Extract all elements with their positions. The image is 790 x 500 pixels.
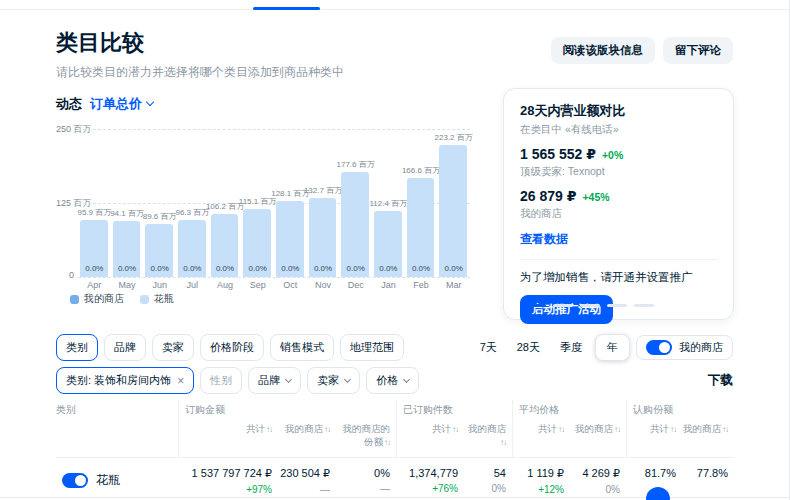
table-group-header: 认购份额 bbox=[626, 400, 734, 420]
table-cell: 1 119 ₽+12% bbox=[512, 458, 570, 495]
filter-tab[interactable]: 类别 bbox=[56, 334, 98, 361]
x-axis-label: Jul bbox=[176, 280, 209, 290]
period-option[interactable]: 7天 bbox=[473, 335, 504, 360]
sub-header-label: 我的商店 bbox=[285, 423, 323, 434]
x-axis-label: Dec bbox=[339, 280, 372, 290]
view-data-link[interactable]: 查看数据 bbox=[520, 231, 568, 248]
filter-dropdown-chip[interactable]: 卖家 bbox=[307, 367, 360, 394]
filter-tab[interactable]: 卖家 bbox=[152, 334, 194, 361]
sub-header-label: 共计 bbox=[432, 423, 451, 434]
cell-value: 1 537 797 724 ₽ bbox=[178, 467, 272, 480]
cell-value: 77.8% bbox=[682, 467, 728, 479]
pagination-dot[interactable] bbox=[607, 304, 627, 307]
pagination-dot[interactable] bbox=[553, 304, 573, 307]
table-row-category: 花瓶 bbox=[56, 458, 178, 495]
table-sub-header[interactable]: 我的商店↑↓ bbox=[682, 420, 734, 458]
bar-chart-plot: 95.9 百万0.0%94.1 百万0.0%89.6 百万0.0%96.3 百万… bbox=[78, 129, 470, 277]
filter-dropdown-chip[interactable]: 品牌 bbox=[248, 367, 301, 394]
period-option[interactable]: 28天 bbox=[510, 335, 547, 360]
x-axis-label: Sep bbox=[241, 280, 274, 290]
cell-delta: +76% bbox=[396, 483, 458, 494]
pagination-dot-active[interactable] bbox=[520, 304, 546, 307]
cell-delta: — bbox=[336, 483, 390, 494]
filter-dropdown-chip[interactable]: 价格 bbox=[366, 367, 419, 394]
leave-feedback-button[interactable]: 留下评论 bbox=[663, 37, 733, 64]
top-seller-note: 顶级卖家: Texnopt bbox=[520, 165, 717, 179]
bar-feb[interactable] bbox=[407, 178, 435, 277]
my-shop-toggle[interactable] bbox=[646, 340, 672, 355]
table-group-header: 订购金额 bbox=[178, 400, 396, 420]
chart-metric-row: 动态 订单总价 bbox=[56, 95, 153, 113]
card-pagination bbox=[520, 304, 654, 307]
active-tab-underline bbox=[253, 7, 320, 10]
my-shop-toggle-chip[interactable]: 我的商店 bbox=[636, 335, 733, 360]
row-toggle[interactable] bbox=[62, 473, 88, 488]
read-section-info-button[interactable]: 阅读该版块信息 bbox=[551, 37, 656, 64]
turnover-summary-card: 28天内营业额对比 在类目中 «有线电话» 1 565 552 ₽ +0% 顶级… bbox=[503, 88, 734, 320]
table-sub-header[interactable]: 共计↑↓ bbox=[512, 420, 570, 458]
bar-share-label: 0.0% bbox=[78, 264, 111, 273]
bar-share-label: 0.0% bbox=[437, 264, 470, 273]
filter-tab[interactable]: 品牌 bbox=[104, 334, 146, 361]
y-tick-0: 0 bbox=[69, 270, 74, 280]
filter-dropdown-chip[interactable]: 性别 bbox=[200, 367, 242, 394]
sort-icon: ↑↓ bbox=[614, 425, 620, 434]
cell-delta: +97% bbox=[178, 484, 272, 495]
sub-header-label: 我的商店 bbox=[683, 423, 721, 434]
comparison-table-wrap: 类别订购金额已订购件数平均价格认购份额共计↑↓我的商店↑↓我的商店的份额↑↓共计… bbox=[56, 400, 733, 495]
bar-share-label: 0.0% bbox=[143, 264, 176, 273]
my-shop-turnover: 26 879 ₽ +45% bbox=[520, 188, 717, 204]
bar-value-label: 177.6 百万 bbox=[331, 159, 380, 170]
top-tabs-divider bbox=[0, 9, 789, 10]
table-sub-header[interactable]: 共计↑↓ bbox=[396, 420, 464, 458]
bar-share-label: 0.0% bbox=[307, 264, 340, 273]
table-group-header: 平均价格 bbox=[512, 400, 626, 420]
bar-share-label: 0.0% bbox=[405, 264, 438, 273]
bar-value-label: 112.4 百万 bbox=[364, 198, 413, 209]
cell-value: 1 119 ₽ bbox=[512, 467, 564, 480]
x-axis-label: Aug bbox=[209, 280, 242, 290]
table-sub-header[interactable]: 共计↑↓ bbox=[626, 420, 682, 458]
applied-filters: 类别: 装饰和房间内饰×性别品牌卖家价格 bbox=[56, 367, 419, 394]
bar-chart: 250 百万 125 百万 0 95.9 百万0.0%94.1 百万0.0%89… bbox=[56, 117, 470, 293]
pagination-dot[interactable] bbox=[580, 304, 600, 307]
remove-filter-icon[interactable]: × bbox=[177, 375, 184, 387]
filter-dropdown-label: 价格 bbox=[376, 373, 398, 388]
cell-delta: 0% bbox=[570, 484, 620, 495]
chevron-down-icon bbox=[344, 375, 351, 382]
table-sub-header[interactable]: 我的商店的份额↑↓ bbox=[336, 420, 396, 458]
table-cell: 230 504 ₽— bbox=[278, 458, 336, 495]
sub-header-label: 我的商店的份额 bbox=[343, 423, 391, 447]
card-category-note: 在类目中 «有线电话» bbox=[520, 123, 717, 137]
header-actions: 阅读该版块信息 留下评论 bbox=[551, 37, 734, 64]
filter-dropdown-label: 性别 bbox=[210, 373, 232, 388]
start-promo-button[interactable]: 启动推广活动 bbox=[520, 295, 613, 324]
x-axis-label: Feb bbox=[405, 280, 438, 290]
download-button[interactable]: 下载 bbox=[708, 372, 733, 389]
table-sub-header[interactable]: 我的商店↑↓ bbox=[278, 420, 336, 458]
bar-share-label: 0.0% bbox=[176, 264, 209, 273]
cell-delta: — bbox=[278, 484, 330, 495]
chevron-down-icon bbox=[403, 375, 410, 382]
bar-share-label: 0.0% bbox=[372, 264, 405, 273]
chevron-down-icon bbox=[146, 98, 154, 106]
table-sub-header[interactable]: 共计↑↓ bbox=[178, 420, 278, 458]
applied-filter-chip[interactable]: 类别: 装饰和房间内饰× bbox=[56, 367, 194, 394]
table-sub-header[interactable]: 我的商店↑↓ bbox=[464, 420, 512, 458]
table-cell: 1,374,779+76% bbox=[396, 458, 464, 495]
cell-value: 230 504 ₽ bbox=[278, 467, 330, 480]
filter-tab[interactable]: 销售模式 bbox=[270, 334, 334, 361]
legend-dot bbox=[70, 295, 79, 304]
table-sub-header[interactable]: 我的商店↑↓ bbox=[570, 420, 626, 458]
card-title: 28天内营业额对比 bbox=[520, 102, 717, 120]
metric-selector[interactable]: 订单总价 bbox=[90, 95, 153, 113]
filter-tab[interactable]: 地理范围 bbox=[340, 334, 404, 361]
filter-dropdown-label: 品牌 bbox=[258, 373, 280, 388]
period-option[interactable]: 年 bbox=[595, 334, 630, 361]
bar-dec[interactable] bbox=[341, 172, 369, 277]
category-name: 花瓶 bbox=[96, 472, 120, 489]
pagination-dot[interactable] bbox=[634, 304, 654, 307]
period-option[interactable]: 季度 bbox=[553, 335, 589, 360]
filter-tab[interactable]: 价格阶段 bbox=[200, 334, 264, 361]
bar-mar[interactable] bbox=[439, 145, 467, 277]
